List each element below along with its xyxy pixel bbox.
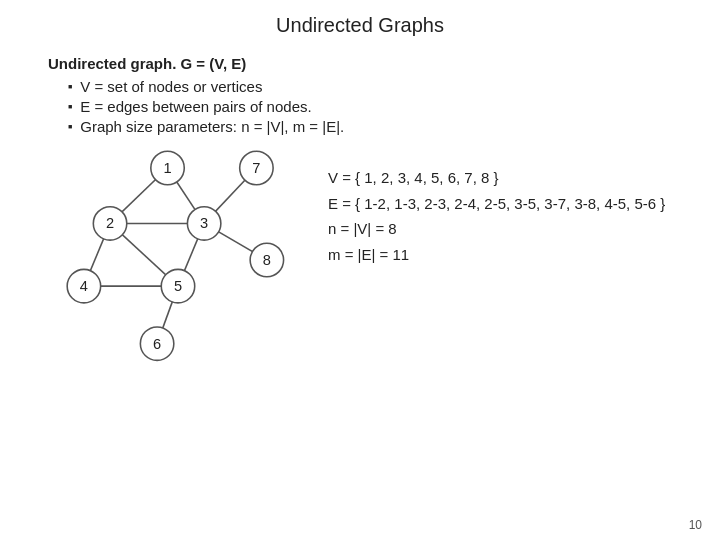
intro-line: Undirected graph. G = (V, E)	[48, 55, 690, 72]
intro-text: Undirected graph. G = (V, E)	[48, 55, 246, 72]
list-item: Graph size parameters: n = |V|, m = |E|.	[68, 118, 690, 135]
main-content: Undirected graph. G = (V, E) V = set of …	[0, 55, 720, 375]
n-val: n = |V| = 8	[328, 216, 665, 242]
graph-info: V = { 1, 2, 3, 4, 5, 6, 7, 8 } E = { 1-2…	[328, 165, 665, 267]
e-set: E = { 1-2, 1-3, 2-3, 2-4, 2-5, 3-5, 3-7,…	[328, 191, 665, 217]
page-title: Undirected Graphs	[0, 0, 720, 55]
svg-text:1: 1	[163, 160, 171, 176]
svg-text:4: 4	[80, 278, 88, 294]
svg-text:7: 7	[252, 160, 260, 176]
v-set: V = { 1, 2, 3, 4, 5, 6, 7, 8 }	[328, 165, 665, 191]
svg-text:5: 5	[174, 278, 182, 294]
bullet-list: V = set of nodes or vertices E = edges b…	[68, 78, 690, 135]
diagram-area: 1 7 2 3 4 5 8 6 V = { 1, 2, 3, 4, 5, 6, …	[48, 145, 690, 375]
svg-text:2: 2	[106, 215, 114, 231]
svg-text:6: 6	[153, 336, 161, 352]
list-item: V = set of nodes or vertices	[68, 78, 690, 95]
graph-diagram: 1 7 2 3 4 5 8 6	[48, 145, 308, 375]
svg-text:3: 3	[200, 215, 208, 231]
list-item: E = edges between pairs of nodes.	[68, 98, 690, 115]
svg-text:8: 8	[263, 252, 271, 268]
m-val: m = |E| = 11	[328, 242, 665, 268]
page-number: 10	[689, 518, 702, 532]
